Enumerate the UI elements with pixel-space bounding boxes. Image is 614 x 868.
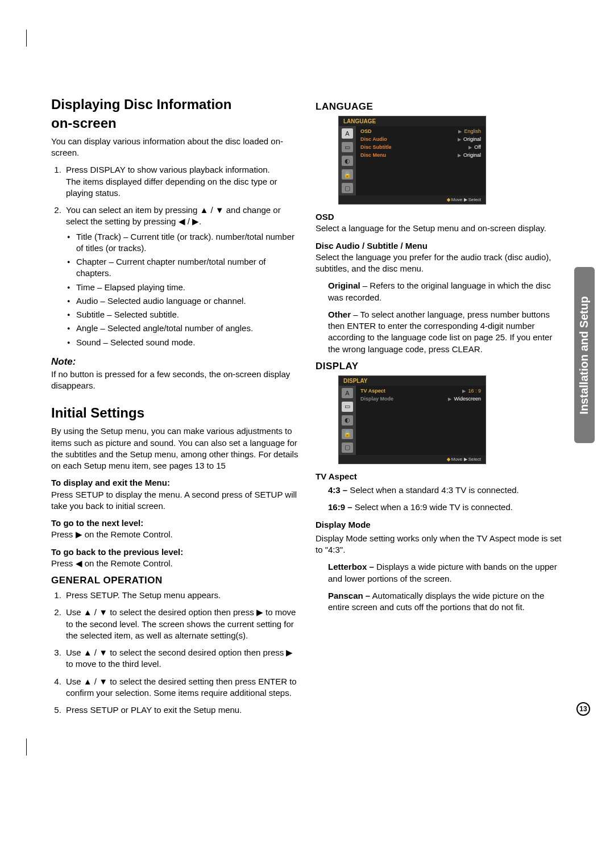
general-op-steps: Press SETUP. The Setup menu appears. Use…	[51, 590, 298, 716]
other-label: Other	[328, 310, 351, 319]
osd-row: Display Mode▶Widescreen	[360, 396, 481, 402]
tva-169-text: Select when a 16:9 wide TV is connected.	[352, 502, 513, 512]
bullet-angle: Angle – Selected angle/total number of a…	[76, 323, 298, 334]
dasm-text: Select the language you prefer for the a…	[316, 252, 551, 273]
lock-icon: 🔒	[342, 429, 353, 439]
gop-1: Press SETUP. The Setup menu appears.	[64, 590, 298, 601]
display-steps: Press DISPLAY to show various playback i…	[51, 164, 298, 348]
dasm-title: Disc Audio / Subtitle / Menu	[316, 241, 428, 251]
menu-next-title: To go to the next level:	[51, 518, 143, 528]
menu-display-text: Press SETUP to display the menu. A secon…	[51, 490, 297, 511]
menu-next-text: Press ▶ on the Remote Control.	[51, 529, 173, 539]
tva-43-text: Select when a standard 4:3 TV is connect…	[347, 485, 519, 495]
page-content: Displaying Disc Information on-screen Yo…	[0, 0, 614, 756]
pointer-icon: ▶	[448, 397, 451, 402]
gop-5: Press SETUP or PLAY to exit the Setup me…	[64, 704, 298, 716]
original-label: Original	[328, 281, 360, 290]
osd-block: OSD Select a language for the Setup menu…	[316, 211, 563, 235]
gop-3: Use ▲ / ▼ to select the second desired o…	[64, 647, 298, 670]
osd-row: TV Aspect▶16 : 9	[360, 388, 481, 394]
step-2-text: You can select an item by pressing ▲ / ▼…	[66, 205, 281, 226]
heading-on-screen: on-screen	[51, 115, 298, 131]
pointer-icon: ▶	[462, 389, 466, 394]
step-1b: The items displayed differ depending on …	[66, 177, 277, 198]
panscan-block: Panscan – Automatically displays the wid…	[316, 590, 563, 614]
other-text: – To select another language, press numb…	[328, 310, 552, 354]
bullet-time: Time – Elapsed playing time.	[76, 282, 298, 293]
bullet-title: Title (Track) – Current title (or track)…	[76, 231, 298, 254]
crop-mark	[20, 727, 49, 756]
language-icon: A	[342, 128, 353, 139]
osd-row-label: OSD	[360, 128, 372, 134]
tva-43: 4:3 – Select when a standard 4:3 TV is c…	[316, 485, 563, 496]
note-label: Note:	[51, 356, 298, 368]
language-icon: A	[342, 388, 353, 398]
heading-initial-settings: Initial Settings	[51, 405, 298, 421]
osd-row-value: Off	[474, 144, 481, 150]
osd-rows: OSD▶EnglishDisc Audio▶OriginalDisc Subti…	[356, 126, 486, 195]
step-2: You can select an item by pressing ▲ / ▼…	[64, 205, 298, 348]
bullet-audio: Audio – Selected audio language or chann…	[76, 295, 298, 307]
info-items: Title (Track) – Current title (or track)…	[66, 231, 298, 348]
bullet-chapter: Chapter – Current chapter number/total n…	[76, 256, 298, 279]
osd-row-value: English	[464, 128, 481, 134]
menu-prev-text: Press ◀ on the Remote Control.	[51, 558, 173, 568]
panscan-label: Panscan –	[328, 591, 370, 600]
osd-row-label: Display Mode	[360, 396, 393, 402]
pointer-icon: ▶	[458, 137, 461, 142]
others-icon: ▢	[342, 443, 353, 453]
section-tab-label: Installation and Setup	[578, 296, 591, 414]
osd-text: Select a language for the Setup menu and…	[316, 223, 546, 233]
osd-rows-2: TV Aspect▶16 : 9Display Mode▶Widescreen	[356, 386, 486, 455]
tva-169: 16:9 – Select when a 16:9 wide TV is con…	[316, 502, 563, 513]
menu-display-block: To display and exit the Menu: Press SETU…	[51, 477, 298, 512]
osd-row-label: Disc Audio	[360, 136, 387, 142]
osd-title-label: OSD	[316, 212, 334, 222]
page-number: 13	[576, 702, 590, 716]
section-tab: Installation and Setup	[574, 267, 595, 443]
audio-icon: ◐	[342, 156, 353, 166]
osd-row: OSD▶English	[360, 128, 481, 134]
original-block: Original – Refers to the original langua…	[316, 280, 563, 303]
osd-display-screenshot: DISPLAY A ▭ ◐ 🔒 ▢ TV Aspect▶16 : 9Displa…	[338, 375, 486, 464]
right-column: LANGUAGE LANGUAGE A ▭ ◐ 🔒 ▢ OSD▶EnglishD…	[316, 97, 563, 721]
osd-row: Disc Subtitle▶Off	[360, 144, 481, 150]
bullet-subtitle: Subtitle – Selected subtitle.	[76, 309, 298, 320]
osd-row: Disc Audio▶Original	[360, 136, 481, 142]
intro-text: You can display various information abou…	[51, 136, 298, 159]
osd-row-label: Disc Subtitle	[360, 144, 392, 150]
menu-next-block: To go to the next level: Press ▶ on the …	[51, 518, 298, 541]
osd-footer-2: ◆ Move ▶ Select	[339, 455, 486, 464]
tva-43-label: 4:3 –	[328, 485, 347, 495]
osd-icon-column: A ▭ ◐ 🔒 ▢	[339, 126, 356, 195]
audio-icon: ◐	[342, 415, 353, 425]
crop-mark	[20, 30, 49, 58]
osd-language-screenshot: LANGUAGE A ▭ ◐ 🔒 ▢ OSD▶EnglishDisc Audio…	[338, 116, 486, 205]
osd-row-value: Original	[463, 136, 481, 142]
heading-displaying-disc-info: Displaying Disc Information	[51, 97, 298, 113]
osd-row: Disc Menu▶Original	[360, 152, 481, 158]
osd-row-value: Original	[463, 152, 481, 158]
pointer-icon: ▶	[458, 153, 461, 158]
heading-language: LANGUAGE	[316, 101, 563, 112]
menu-prev-block: To go back to the previous level: Press …	[51, 546, 298, 570]
tv-aspect-title: TV Aspect	[316, 471, 563, 482]
original-text: – Refers to the original language in whi…	[328, 281, 551, 302]
pointer-icon: ▶	[468, 145, 472, 150]
step-1: Press DISPLAY to show various playback i…	[64, 164, 298, 199]
osd-icon-column-2: A ▭ ◐ 🔒 ▢	[339, 386, 356, 455]
others-icon: ▢	[342, 183, 353, 193]
tva-169-label: 16:9 –	[328, 502, 352, 512]
display-icon: ▭	[342, 402, 353, 412]
note-text: If no button is pressed for a few second…	[51, 369, 298, 392]
osd-row-value: Widescreen	[454, 396, 481, 402]
gop-2: Use ▲ / ▼ to select the desired option t…	[64, 607, 298, 641]
other-block: Other – To select another language, pres…	[316, 309, 563, 355]
osd-footer: ◆ Move ▶ Select	[339, 195, 486, 204]
heading-display: DISPLAY	[316, 361, 563, 372]
initial-settings-text: By using the Setup menu, you can make va…	[51, 425, 298, 471]
letterbox-block: Letterbox – Displays a wide picture with…	[316, 561, 563, 585]
step-1a: Press DISPLAY to show various playback i…	[66, 165, 270, 174]
left-column: Displaying Disc Information on-screen Yo…	[51, 97, 298, 721]
display-mode-title: Display Mode	[316, 519, 563, 531]
